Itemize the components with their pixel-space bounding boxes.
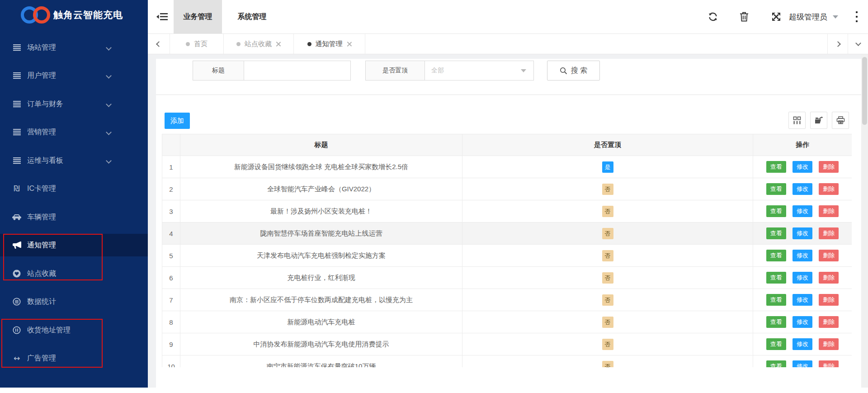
sidebar-item-label: 用户管理	[27, 71, 56, 80]
print-button[interactable]	[832, 112, 849, 129]
user-menu[interactable]: 超级管理员	[789, 10, 838, 24]
sidebar-item-notifications[interactable]: 通知管理	[0, 234, 148, 256]
tag-site-favorites[interactable]: 站点收藏	[224, 34, 294, 54]
row-title: 南京：新小区应不低于停车位数两成配建充电桩，以慢充为主	[180, 289, 462, 311]
tag-close-icon[interactable]	[347, 42, 352, 47]
row-index: 6	[162, 267, 180, 289]
view-button[interactable]: 查看	[766, 360, 786, 367]
view-button[interactable]: 查看	[766, 250, 786, 261]
add-button[interactable]: 添加	[165, 113, 190, 129]
row-title: 全球智能汽车产业峰会（GIV2022）	[180, 178, 462, 200]
edit-button[interactable]: 修改	[793, 316, 812, 328]
app-logo: 触角云智能充电	[0, 0, 148, 30]
sidebar-item-ic-card[interactable]: ₪ IC卡管理	[0, 177, 148, 200]
sidebar-item-users[interactable]: 用户管理	[0, 64, 148, 87]
pinned-filter-select[interactable]: 全部	[425, 61, 534, 80]
vertical-scrollbar[interactable]	[861, 54, 868, 388]
scrollbar-thumb[interactable]	[862, 57, 867, 125]
table-row: 3 最新！涉及扬州小区安装充电桩！ 否 查看 修改 删除	[162, 200, 852, 223]
tags-scroll-left-button[interactable]	[151, 34, 166, 54]
title-filter-input[interactable]	[244, 61, 351, 80]
export-button[interactable]	[810, 112, 827, 129]
row-index: 5	[162, 245, 180, 267]
sidebar-item-marketing[interactable]: 营销管理	[0, 121, 148, 143]
row-index: 7	[162, 289, 180, 311]
topbar: 业务管理 系统管理 超级管理员	[148, 0, 868, 34]
user-name: 超级管理员	[789, 12, 827, 22]
edit-button[interactable]: 修改	[793, 183, 812, 195]
pinned-badge: 否	[602, 206, 613, 217]
delete-button[interactable]: 删除	[819, 360, 839, 367]
edit-button[interactable]: 修改	[793, 272, 812, 284]
view-button[interactable]: 查看	[766, 205, 786, 217]
tag-dot-icon	[236, 42, 241, 46]
title-filter-label: 标题	[193, 61, 244, 80]
tag-notifications[interactable]: 通知管理	[294, 34, 365, 54]
row-title: 南宁市新能源汽车保有量突破10万辆	[180, 355, 462, 368]
view-button[interactable]: 查看	[766, 272, 786, 284]
menu-bars-icon	[12, 156, 22, 165]
sidebar-collapse-icon[interactable]	[156, 11, 169, 23]
edit-button[interactable]: 修改	[793, 250, 812, 261]
menu-bars-icon	[12, 71, 22, 80]
delete-button[interactable]: 删除	[819, 272, 839, 284]
edit-button[interactable]: 修改	[793, 294, 812, 306]
edit-button[interactable]: 修改	[793, 161, 812, 173]
chevron-down-icon	[106, 101, 112, 107]
tags-menu-button[interactable]	[848, 34, 868, 54]
edit-button[interactable]: 修改	[793, 338, 812, 350]
tag-dot-icon	[186, 42, 190, 46]
row-index: 8	[162, 311, 180, 333]
pinned-badge: 是	[602, 161, 613, 173]
delete-button[interactable]: 删除	[819, 294, 839, 306]
sidebar-item-ops-dashboard[interactable]: 运维与看板	[0, 149, 148, 172]
refresh-icon[interactable]	[708, 11, 718, 22]
sidebar-item-ads[interactable]: ↔ 广告管理	[0, 347, 148, 369]
delete-button[interactable]: 删除	[819, 227, 839, 239]
pinned-badge: 否	[602, 339, 613, 350]
tag-label: 通知管理	[316, 40, 343, 48]
search-button[interactable]: 搜 索	[547, 61, 600, 80]
sidebar-item-label: 运维与看板	[27, 156, 63, 166]
trash-icon[interactable]	[739, 11, 750, 22]
tags-scroll-right-button[interactable]	[827, 34, 848, 54]
main-content: 标题 是否置顶 全部 搜 索 添加	[156, 59, 861, 388]
delete-button[interactable]: 删除	[819, 183, 839, 195]
view-button[interactable]: 查看	[766, 316, 786, 328]
columns-toggle-button[interactable]	[788, 112, 806, 129]
sidebar-item-shipping-address[interactable]: 收货地址管理	[0, 319, 148, 341]
sidebar-item-vehicles[interactable]: 车辆管理	[0, 206, 148, 228]
view-button[interactable]: 查看	[766, 294, 786, 306]
sidebar-item-stations[interactable]: 场站管理	[0, 36, 148, 59]
view-button[interactable]: 查看	[766, 161, 786, 173]
edit-button[interactable]: 修改	[793, 360, 812, 367]
topnav-tab-system[interactable]: 系统管理	[228, 0, 276, 33]
topnav-tab-business[interactable]: 业务管理	[174, 0, 222, 33]
row-index: 9	[162, 333, 180, 355]
kebab-menu-icon[interactable]	[855, 11, 859, 22]
pinned-badge: 否	[602, 184, 613, 195]
header-actions: 操作	[753, 134, 852, 156]
fullscreen-icon[interactable]	[771, 11, 782, 22]
sidebar-item-label: 场站管理	[27, 43, 56, 52]
delete-button[interactable]: 删除	[819, 161, 839, 173]
edit-button[interactable]: 修改	[793, 205, 812, 217]
sidebar-item-statistics[interactable]: 数据统计	[0, 290, 148, 313]
menu-bars-icon	[12, 99, 22, 109]
delete-button[interactable]: 删除	[819, 338, 839, 350]
view-button[interactable]: 查看	[766, 183, 786, 195]
delete-button[interactable]: 删除	[819, 316, 839, 328]
sidebar-item-label: 营销管理	[27, 128, 56, 137]
edit-button[interactable]: 修改	[793, 227, 812, 239]
view-button[interactable]: 查看	[766, 227, 786, 239]
row-index: 10	[162, 355, 180, 368]
row-index: 1	[162, 156, 180, 178]
delete-button[interactable]: 删除	[819, 250, 839, 261]
view-button[interactable]: 查看	[766, 338, 786, 350]
tag-home[interactable]: 首页	[170, 34, 224, 54]
sidebar-item-site-favorites[interactable]: 站点收藏	[0, 262, 148, 285]
background-strip	[148, 54, 861, 59]
tag-close-icon[interactable]	[276, 42, 281, 47]
delete-button[interactable]: 删除	[819, 205, 839, 217]
sidebar-item-orders-finance[interactable]: 订单与财务	[0, 93, 148, 115]
